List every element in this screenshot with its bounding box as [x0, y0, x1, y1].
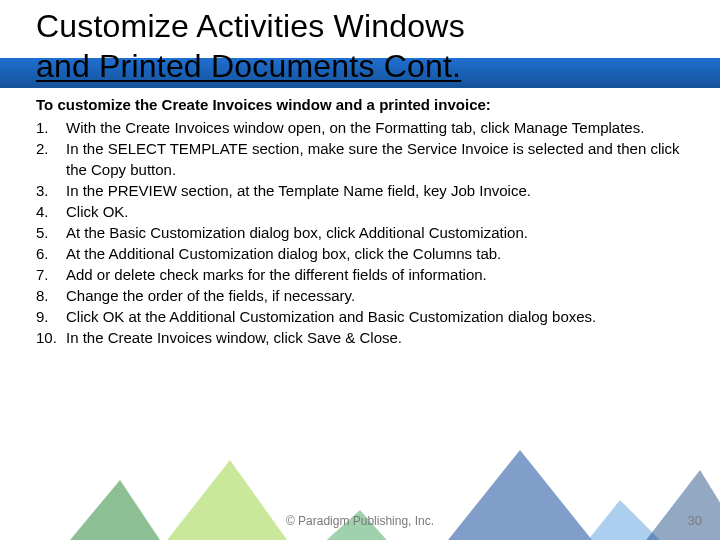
step-number: 4.: [36, 201, 60, 222]
title-line-1: Customize Activities Windows: [36, 8, 465, 44]
svg-marker-0: [20, 480, 200, 540]
step-number: 3.: [36, 180, 60, 201]
list-item: 9.Click OK at the Additional Customizati…: [36, 306, 684, 327]
step-text: Add or delete check marks for the differ…: [66, 266, 487, 283]
slide: Customize Activities Windows and Printed…: [0, 0, 720, 540]
step-number: 6.: [36, 243, 60, 264]
step-number: 5.: [36, 222, 60, 243]
step-text: At the Additional Customization dialog b…: [66, 245, 501, 262]
list-item: 7.Add or delete check marks for the diff…: [36, 264, 684, 285]
title-line-2: and Printed Documents Cont.: [36, 48, 461, 84]
body-text: To customize the Create Invoices window …: [36, 94, 684, 348]
step-text: Click OK.: [66, 203, 129, 220]
step-text: In the Create Invoices window, click Sav…: [66, 329, 402, 346]
list-item: 8.Change the order of the fields, if nec…: [36, 285, 684, 306]
step-number: 2.: [36, 138, 60, 159]
step-number: 1.: [36, 117, 60, 138]
page-number: 30: [688, 513, 702, 528]
step-number: 8.: [36, 285, 60, 306]
list-item: 2.In the SELECT TEMPLATE section, make s…: [36, 138, 684, 180]
list-item: 10.In the Create Invoices window, click …: [36, 327, 684, 348]
svg-marker-1: [120, 460, 330, 540]
steps-list: 1.With the Create Invoices window open, …: [36, 117, 684, 327]
list-item: 3.In the PREVIEW section, at the Templat…: [36, 180, 684, 201]
footer-copyright: © Paradigm Publishing, Inc.: [0, 514, 720, 528]
svg-marker-5: [600, 470, 720, 540]
step-number: 7.: [36, 264, 60, 285]
list-item: 4.Click OK.: [36, 201, 684, 222]
list-item: 6.At the Additional Customization dialog…: [36, 243, 684, 264]
slide-title: Customize Activities Windows and Printed…: [36, 6, 676, 86]
step-number: 10.: [36, 327, 57, 348]
step-text: With the Create Invoices window open, on…: [66, 119, 644, 136]
step-text: In the SELECT TEMPLATE section, make sur…: [66, 140, 680, 178]
list-item: 1.With the Create Invoices window open, …: [36, 117, 684, 138]
step-text: Change the order of the fields, if neces…: [66, 287, 355, 304]
step-text: Click OK at the Additional Customization…: [66, 308, 596, 325]
step-text: At the Basic Customization dialog box, c…: [66, 224, 528, 241]
step-number: 9.: [36, 306, 60, 327]
intro-text: To customize the Create Invoices window …: [36, 94, 684, 115]
step-text: In the PREVIEW section, at the Template …: [66, 182, 531, 199]
list-item: 5.At the Basic Customization dialog box,…: [36, 222, 684, 243]
